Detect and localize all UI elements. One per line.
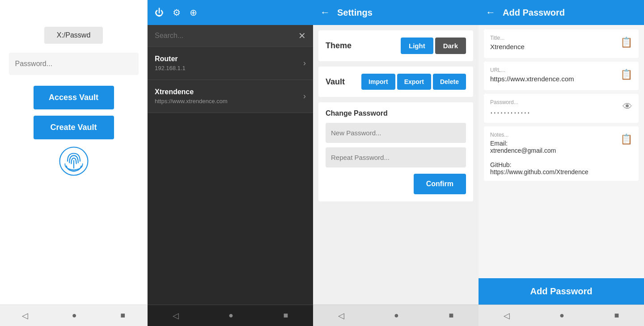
vault-item-router-name: Router [155,55,303,63]
settings-back-icon[interactable]: ← [320,7,330,18]
vault-search-bar: ✕ [148,25,313,47]
title-field-inner: Title... Xtrendence [490,35,617,50]
settings-header: ← Settings [313,0,479,25]
addpass-back-nav-icon[interactable]: ◁ [504,311,510,321]
vault-item-xtrendence[interactable]: Xtrendence https://www.xtrendence.com › [148,80,313,113]
notes-field-label: Notes... [490,132,617,138]
vault-import-button[interactable]: Import [361,74,395,90]
vault-delete-button[interactable]: Delete [433,74,466,90]
add-password-nav-bar: ◁ ● ■ [479,305,644,326]
vault-recent-nav-icon[interactable]: ■ [283,311,288,320]
change-password-label: Change Password [326,109,466,117]
url-copy-icon[interactable]: 📋 [620,69,632,80]
add-password-panel: ← Add Password Title... Xtrendence 📋 URL… [479,0,644,326]
url-field-inner: URL... https://www.xtrendence.com [490,67,617,83]
addpass-home-nav-icon[interactable]: ● [559,311,564,320]
url-field: URL... https://www.xtrendence.com 📋 [484,62,639,90]
vault-header-icons: ⏻ ⚙ ⊕ [155,7,197,18]
vault-row: Vault Import Export Delete [326,74,466,90]
vault-export-button[interactable]: Export [397,74,431,90]
notes-field-inner: Notes... Email: xtrendence@gmail.com Git… [490,132,617,176]
password-field: Password... ············ 👁 [484,94,639,123]
add-password-title: Add Password [503,8,565,18]
vault-item-router-info: Router 192.168.1.1 [155,55,303,71]
recent-nav-icon[interactable]: ■ [120,311,125,320]
vault-nav-bar: ◁ ● ■ [148,305,313,326]
password-input[interactable] [9,53,139,75]
password-field-inner: Password... ············ [490,99,619,117]
title-field-label: Title... [490,35,617,41]
theme-light-button[interactable]: Light [401,38,433,54]
settings-home-nav-icon[interactable]: ● [394,311,399,320]
login-nav-bar: ◁ ● ■ [0,305,147,326]
title-copy-icon[interactable]: 📋 [620,37,632,48]
notes-field-value: Email: xtrendence@gmail.com GitHub: http… [490,140,617,176]
vault-item-xtrendence-sub: https://www.xtrendence.com [155,98,303,104]
new-password-input[interactable] [326,123,466,143]
access-vault-button[interactable]: Access Vault [34,86,114,109]
url-field-label: URL... [490,67,617,73]
title-field: Title... Xtrendence 📋 [484,29,639,58]
vault-label: X:/Passwd [44,27,103,44]
vault-item-xtrendence-name: Xtrendence [155,88,303,96]
vault-item-router-sub: 192.168.1.1 [155,65,303,71]
vault-card: Vault Import Export Delete [318,67,473,97]
vault-header: ⏻ ⚙ ⊕ [148,0,313,25]
add-circle-icon[interactable]: ⊕ [190,7,197,18]
confirm-button[interactable]: Confirm [414,174,466,194]
vault-item-xtrendence-info: Xtrendence https://www.xtrendence.com [155,88,303,104]
addpass-recent-nav-icon[interactable]: ■ [614,311,619,320]
login-panel: X:/Passwd Access Vault Create Vault ◁ ● … [0,0,148,326]
fingerprint-icon [58,146,89,177]
theme-label: Theme [326,41,352,50]
vault-panel: ⏻ ⚙ ⊕ ✕ Router 192.168.1.1 › Xtrendence … [148,0,313,326]
url-field-value: https://www.xtrendence.com [490,75,617,83]
settings-recent-nav-icon[interactable]: ■ [449,311,453,320]
notes-copy-icon[interactable]: 📋 [620,134,632,145]
add-password-back-icon[interactable]: ← [486,7,496,18]
vault-back-nav-icon[interactable]: ◁ [173,311,179,321]
vault-settings-label: Vault [326,77,345,87]
home-nav-icon[interactable]: ● [72,311,77,320]
password-field-value: ············ [490,107,619,117]
vault-item-xtrendence-chevron: › [303,92,306,101]
repeat-password-input[interactable] [326,147,466,167]
theme-dark-button[interactable]: Dark [435,38,466,54]
theme-card: Theme Light Dark [318,30,473,61]
settings-panel: ← Settings Theme Light Dark Vault Import… [313,0,479,326]
vault-item-router[interactable]: Router 192.168.1.1 › [148,47,313,80]
title-field-value: Xtrendence [490,43,617,50]
password-field-label: Password... [490,99,619,105]
vault-home-nav-icon[interactable]: ● [229,311,233,320]
password-visibility-icon[interactable]: 👁 [623,101,632,113]
change-password-card: Change Password Confirm [318,102,473,201]
settings-back-nav-icon[interactable]: ◁ [338,311,344,321]
create-vault-button[interactable]: Create Vault [34,116,114,139]
settings-nav-bar: ◁ ● ■ [313,305,479,326]
gear-icon[interactable]: ⚙ [173,7,181,18]
add-password-button[interactable]: Add Password [479,278,644,305]
settings-content: Theme Light Dark Vault Import Export Del… [313,25,479,326]
theme-row: Theme Light Dark [326,38,466,54]
theme-btn-group: Light Dark [401,38,466,54]
power-icon[interactable]: ⏻ [155,8,164,18]
add-password-header: ← Add Password [479,0,644,25]
settings-title: Settings [337,8,373,18]
vault-search-input[interactable] [155,32,298,40]
search-close-icon[interactable]: ✕ [298,30,306,41]
vault-btn-group: Import Export Delete [361,74,466,90]
vault-item-router-chevron: › [303,59,306,68]
back-nav-icon[interactable]: ◁ [22,311,28,321]
notes-field: Notes... Email: xtrendence@gmail.com Git… [484,126,639,181]
